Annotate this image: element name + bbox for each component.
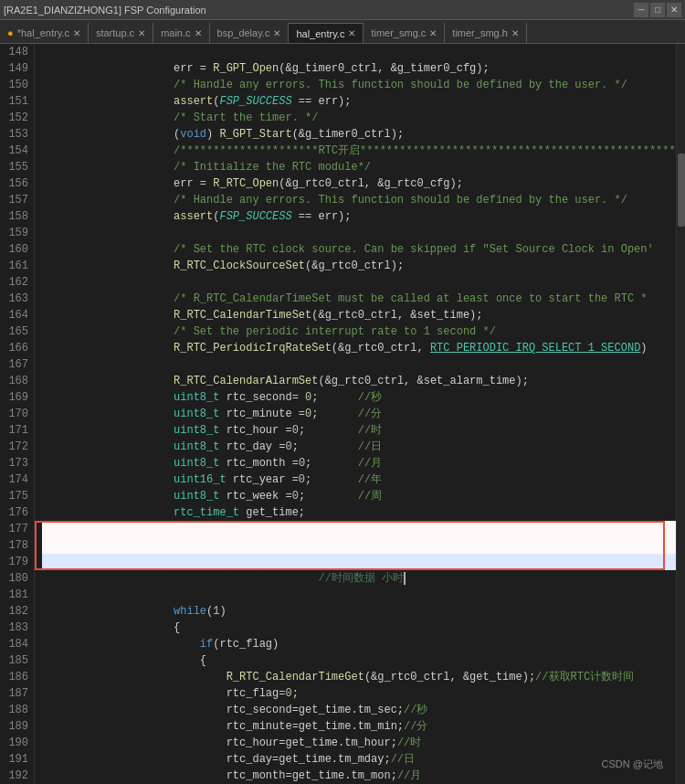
code-line-153: /*********************RTC开启*************… [42, 126, 676, 143]
tab-hal-entry-active[interactable]: hal_entry.c ✕ [289, 23, 364, 43]
code-line-185: R_RTC_CalendarTimeGet(&g_rtc0_ctrl, &get… [42, 652, 676, 669]
code-line-170: uint8_t rtc_hour =0; //时 [42, 406, 676, 422]
code-line-160: R_RTC_ClockSourceSet(&g_rtc0_ctrl); [42, 241, 676, 258]
code-line-188: rtc_minute=get_time.tm_min;//分 [42, 702, 676, 718]
code-line-184: { [42, 636, 676, 652]
tab-main[interactable]: main.c ✕ [153, 23, 209, 43]
code-line-172: uint8_t rtc_month =0; //月 [42, 439, 676, 455]
code-line-186: rtc_flag=0; [42, 669, 676, 685]
code-line-155: err = R_RTC_Open(&g_rtc0_ctrl, &g_rtc0_c… [42, 159, 676, 175]
watermark: CSDN @记地 [602, 758, 663, 771]
code-line-171: uint8_t rtc_day =0; //日 [42, 422, 676, 439]
code-line-190: rtc_day=get_time.tm_mday;//日 [42, 735, 676, 751]
code-line-183: if(rtc_flag) [42, 620, 676, 636]
minimize-button[interactable]: ─ [634, 3, 648, 17]
editor-container: 148 149 150 151 152 153 154 155 156 157 … [0, 44, 685, 784]
maximize-button[interactable]: □ [650, 3, 665, 17]
code-line-154: /* Initialize the RTC module*/ [42, 143, 676, 159]
tab-bar: ● *hal_entry.c ✕ startup.c ✕ main.c ✕ bs… [0, 20, 685, 44]
code-line-179: hour=set_time.tm_hour;//时间数据 小时 [42, 554, 676, 570]
tab-label: timer_smg.h [452, 27, 508, 38]
code-line-167: R_RTC_CalendarAlarmSet(&g_rtc0_ctrl, &se… [42, 356, 676, 373]
code-line-159: /* Set the RTC clock source. Can be skip… [42, 225, 676, 241]
code-line-174: uint8_t rtc_week =0; //周 [42, 471, 676, 488]
code-line-176 [42, 504, 676, 521]
tab-close-icon[interactable]: ✕ [511, 28, 519, 38]
tab-close-icon[interactable]: ✕ [195, 28, 202, 38]
code-line-150: assert(FSP_SUCCESS == err); [42, 77, 676, 93]
tab-startup[interactable]: startup.c ✕ [89, 23, 153, 43]
title-bar-text: [RA2E1_DIANZIZHONG1] FSP Configuration [4, 5, 206, 16]
code-line-169: uint8_t rtc_minute =0; //分 [42, 389, 676, 406]
tab-bsp-delay[interactable]: bsp_delay.c ✕ [210, 23, 290, 43]
code-line-163: R_RTC_CalendarTimeSet(&g_rtc0_ctrl, &set… [42, 291, 676, 307]
tab-label: startup.c [96, 27, 134, 38]
code-line-158 [42, 208, 676, 225]
code-line-191: rtc_month=get_time.tm_mon;//月 [42, 751, 676, 768]
code-line-181: while(1) [42, 587, 676, 603]
code-line-180 [42, 570, 676, 587]
tab-label: bsp_delay.c [217, 27, 270, 38]
tab-close-icon[interactable]: ✕ [73, 28, 80, 38]
tab-timer-smg-h[interactable]: timer_smg.h ✕ [445, 23, 527, 43]
code-line-187: rtc_second=get_time.tm_sec;//秒 [42, 685, 676, 702]
code-line-177: sec=set_time.tm_sec;//时间数据 秒 [42, 521, 676, 537]
tab-hal-entry-modified[interactable]: ● *hal_entry.c ✕ [0, 23, 89, 43]
code-line-182: { [42, 603, 676, 620]
scrollbar-thumb[interactable] [678, 154, 685, 227]
code-line-149: /* Handle any errors. This function shou… [42, 60, 676, 77]
tab-close-icon[interactable]: ✕ [273, 28, 280, 38]
code-line-178: min=set_time.tm_min;//时间数据 分钟 [42, 537, 676, 554]
tab-close-icon[interactable]: ✕ [429, 28, 437, 38]
tab-timer-smg-c[interactable]: timer_smg.c ✕ [364, 23, 445, 43]
code-line-157: assert(FSP_SUCCESS == err); [42, 192, 676, 208]
code-line-175: rtc_time_t get_time; [42, 488, 676, 504]
code-line-164: /* Set the periodic interrupt rate to 1 … [42, 307, 676, 323]
code-line-152: (void) R_GPT_Start(&g_timer0_ctrl); [42, 110, 676, 126]
tab-label: hal_entry.c [296, 28, 344, 39]
title-bar-controls: ─ □ ✕ [634, 3, 681, 17]
code-line-189: rtc_hour=get_time.tm_hour;//时 [42, 718, 676, 735]
tab-close-icon[interactable]: ✕ [348, 28, 355, 38]
code-line-162: /* R_RTC_CalendarTimeSet must be called … [42, 274, 676, 291]
code-line-166 [42, 340, 676, 356]
code-line-168: uint8_t rtc_second= 0; //秒 [42, 373, 676, 389]
tab-label: *hal_entry.c [17, 27, 69, 38]
code-line-156: /* Handle any errors. This function shou… [42, 175, 676, 192]
code-line-192: rtc_year=get_time.tm_year;//年 [42, 768, 676, 784]
code-line-151: /* Start the timer. */ [42, 93, 676, 110]
code-content[interactable]: err = R_GPT_Open(&g_timer0_ctrl, &g_time… [35, 44, 676, 784]
title-bar: [RA2E1_DIANZIZHONG1] FSP Configuration ─… [0, 0, 685, 20]
close-button[interactable]: ✕ [667, 3, 681, 17]
tab-close-icon[interactable]: ✕ [138, 28, 145, 38]
vertical-scrollbar[interactable] [676, 44, 685, 784]
code-line-148: err = R_GPT_Open(&g_timer0_ctrl, &g_time… [42, 44, 676, 60]
code-line-161 [42, 258, 676, 274]
tab-label: timer_smg.c [371, 27, 426, 38]
code-line-173: uint16_t rtc_year =0; //年 [42, 455, 676, 471]
line-numbers: 148 149 150 151 152 153 154 155 156 157 … [0, 44, 35, 784]
code-line-165: R_RTC_PeriodicIrqRateSet(&g_rtc0_ctrl, R… [42, 323, 676, 340]
tab-label: main.c [161, 27, 190, 38]
tab-modified-indicator: ● [7, 27, 14, 38]
